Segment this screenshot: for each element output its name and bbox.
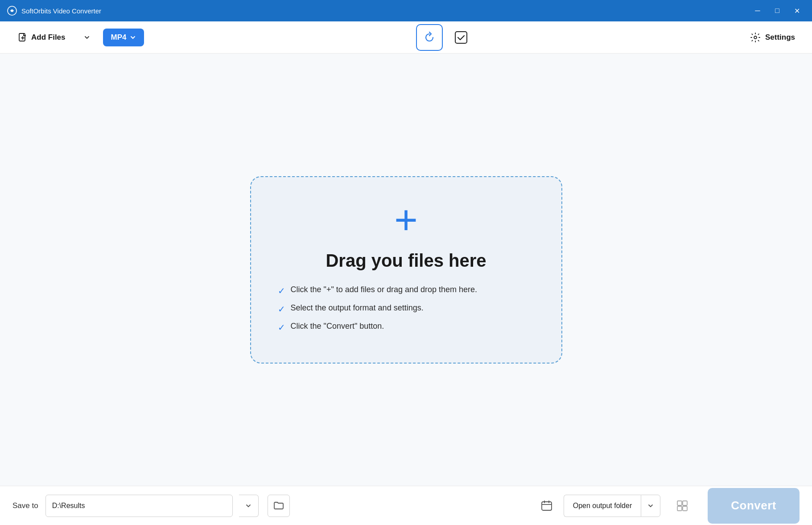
instruction-text-2: Select the output format and settings. xyxy=(291,303,424,313)
browse-folder-button[interactable] xyxy=(268,495,290,517)
settings-button[interactable]: Settings xyxy=(744,28,801,47)
add-files-dropdown[interactable] xyxy=(80,30,94,45)
check-square-icon xyxy=(454,30,468,45)
add-files-button[interactable]: Add Files xyxy=(11,28,73,47)
instruction-item-1: ✓ Click the "+" to add files or drag and… xyxy=(278,285,535,296)
open-folder-label: Open output folder xyxy=(573,502,632,510)
add-file-icon xyxy=(18,33,28,42)
svg-rect-5 xyxy=(677,501,682,505)
instruction-item-2: ✓ Select the output format and settings. xyxy=(278,303,535,314)
check-mark-2: ✓ xyxy=(278,304,285,314)
app-logo xyxy=(7,6,17,16)
grid-view-button[interactable] xyxy=(671,495,693,517)
drop-zone[interactable]: + Drag you files here ✓ Click the "+" to… xyxy=(250,176,562,364)
svg-rect-2 xyxy=(455,32,467,43)
toolbar: Add Files MP4 Settings xyxy=(0,21,812,54)
chevron-down-icon xyxy=(245,503,251,509)
open-folder-area: Open output folder xyxy=(564,495,661,517)
open-folder-dropdown[interactable] xyxy=(641,495,660,517)
check-mark-3: ✓ xyxy=(278,322,285,333)
format-chevron-icon xyxy=(130,34,136,41)
add-files-label: Add Files xyxy=(31,33,66,42)
minimize-button[interactable]: ─ xyxy=(750,3,766,19)
convert-button[interactable]: Convert xyxy=(708,488,800,524)
title-bar: SoftOrbits Video Converter ─ □ ✕ xyxy=(0,0,812,21)
toolbar-center xyxy=(151,24,736,51)
title-bar-left: SoftOrbits Video Converter xyxy=(7,6,101,16)
close-button[interactable]: ✕ xyxy=(789,3,805,19)
svg-rect-8 xyxy=(683,506,687,511)
settings-label: Settings xyxy=(765,33,795,42)
folder-icon xyxy=(273,500,284,511)
svg-point-3 xyxy=(754,36,757,39)
svg-rect-7 xyxy=(677,506,682,511)
check-button[interactable] xyxy=(450,26,472,49)
save-to-label: Save to xyxy=(12,501,38,510)
refresh-button[interactable] xyxy=(416,24,443,51)
svg-rect-4 xyxy=(542,502,552,510)
window-controls: ─ □ ✕ xyxy=(750,3,805,19)
open-output-folder-button[interactable]: Open output folder xyxy=(564,495,641,517)
calendar-icon xyxy=(541,500,552,512)
refresh-icon xyxy=(423,31,436,44)
footer: Save to Open output folder xyxy=(0,486,812,525)
maximize-button[interactable]: □ xyxy=(769,3,785,19)
instruction-item-3: ✓ Click the "Convert" button. xyxy=(278,322,535,333)
instruction-text-3: Click the "Convert" button. xyxy=(291,322,384,331)
format-label: MP4 xyxy=(111,33,127,42)
main-content: + Drag you files here ✓ Click the "+" to… xyxy=(0,54,812,486)
settings-gear-icon xyxy=(750,32,761,43)
app-title: SoftOrbits Video Converter xyxy=(21,7,101,15)
save-path-input[interactable] xyxy=(45,495,233,517)
chevron-down-icon xyxy=(647,503,654,509)
svg-rect-1 xyxy=(19,33,25,41)
format-button[interactable]: MP4 xyxy=(103,29,144,46)
plus-icon: + xyxy=(394,200,418,240)
svg-rect-6 xyxy=(683,501,687,505)
chevron-down-icon xyxy=(84,34,90,41)
convert-label: Convert xyxy=(731,499,776,512)
grid-icon xyxy=(676,500,688,512)
save-path-dropdown[interactable] xyxy=(239,495,259,517)
calendar-icon-button[interactable] xyxy=(537,495,556,517)
instruction-text-1: Click the "+" to add files or drag and d… xyxy=(291,285,478,294)
check-mark-1: ✓ xyxy=(278,285,285,296)
drag-title: Drag you files here xyxy=(326,251,486,271)
